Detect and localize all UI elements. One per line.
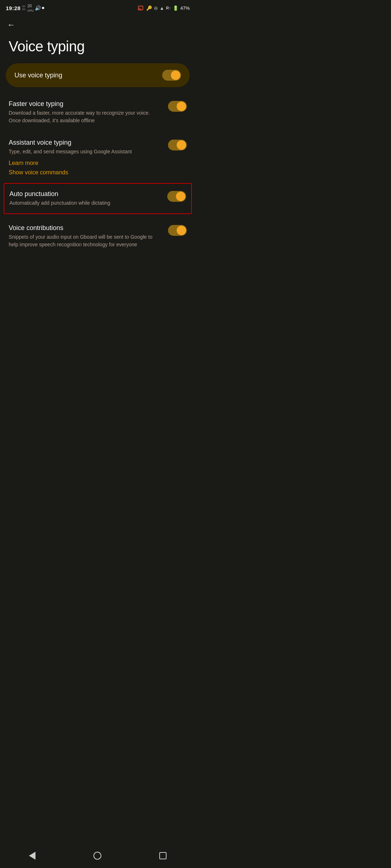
faster-voice-typing-row[interactable]: Faster voice typing Download a faster, m… [0, 93, 196, 132]
status-indicators: 0K 0K 20CPU 🔊 [22, 4, 44, 12]
status-bar: 19:28 0K 0K 20CPU 🔊 🔑 ⊖ ▲ R↑ 🔋 47% [0, 0, 196, 14]
assistant-voice-typing-row[interactable]: Assistant voice typing Type, edit, and s… [0, 132, 196, 180]
assistant-voice-typing-toggle-area [168, 139, 187, 150]
cpu-percent: 20CPU [28, 4, 34, 12]
assistant-voice-typing-text: Assistant voice typing Type, edit, and s… [9, 139, 162, 156]
voice-contributions-toggle-area [168, 224, 187, 236]
cpu-indicator: 0K 0K [22, 5, 26, 11]
voice-contributions-knob [177, 226, 186, 235]
page-title: Voice typing [0, 33, 196, 63]
assistant-voice-typing-desc: Type, edit, and send messages using Goog… [9, 148, 162, 156]
battery-percent: 47% [180, 5, 190, 11]
status-time: 19:28 [6, 5, 21, 11]
key-icon: 🔑 [146, 5, 152, 11]
use-voice-typing-row[interactable]: Use voice typing [6, 63, 190, 87]
status-right: 🔑 ⊖ ▲ R↑ 🔋 47% [138, 5, 190, 11]
faster-voice-typing-desc: Download a faster, more accurate way to … [9, 109, 162, 124]
use-voice-typing-toggle[interactable] [162, 70, 181, 81]
faster-voice-typing-toggle[interactable] [168, 101, 187, 112]
dot-indicator [42, 7, 44, 9]
voice-contributions-title: Voice contributions [9, 224, 162, 232]
back-arrow-icon: ← [7, 20, 15, 29]
voice-contributions-desc: Snippets of your audio input on Gboard w… [9, 233, 162, 248]
auto-punctuation-toggle[interactable] [167, 191, 186, 202]
auto-punctuation-toggle-area [167, 190, 186, 202]
assistant-voice-typing-title: Assistant voice typing [9, 139, 162, 146]
use-voice-typing-label: Use voice typing [14, 72, 62, 79]
voice-contributions-toggle[interactable] [168, 225, 187, 236]
auto-punctuation-knob [176, 192, 185, 201]
auto-punctuation-desc: Automatically add punctuation while dict… [9, 199, 161, 207]
back-button[interactable]: ← [0, 14, 196, 33]
voice-contributions-row[interactable]: Voice contributions Snippets of your aud… [0, 217, 196, 256]
faster-voice-typing-knob [177, 102, 186, 111]
battery-icon: 🔋 [173, 5, 178, 11]
assistant-voice-typing-knob [177, 140, 186, 150]
faster-voice-typing-toggle-area [168, 100, 187, 112]
use-voice-typing-knob [171, 71, 180, 80]
auto-punctuation-title: Auto punctuation [9, 190, 161, 198]
wifi-icon: ▲ [160, 5, 164, 11]
settings-container: Use voice typing Faster voice typing Dow… [0, 63, 196, 292]
cast-icon [138, 5, 144, 10]
signal-icon: R↑ [166, 6, 171, 10]
status-left: 19:28 0K 0K 20CPU 🔊 [6, 4, 44, 12]
faster-voice-typing-title: Faster voice typing [9, 100, 162, 108]
voice-contributions-text: Voice contributions Snippets of your aud… [9, 224, 162, 248]
faster-voice-typing-text: Faster voice typing Download a faster, m… [9, 100, 162, 124]
auto-punctuation-row[interactable]: Auto punctuation Automatically add punct… [4, 183, 192, 214]
auto-punctuation-text: Auto punctuation Automatically add punct… [9, 190, 161, 207]
assistant-voice-typing-toggle[interactable] [168, 140, 187, 150]
learn-more-link[interactable]: Learn more [9, 156, 187, 168]
show-voice-commands-link[interactable]: Show voice commands [9, 168, 187, 180]
volume-icon: 🔊 [35, 5, 41, 11]
dnd-icon: ⊖ [154, 5, 158, 11]
